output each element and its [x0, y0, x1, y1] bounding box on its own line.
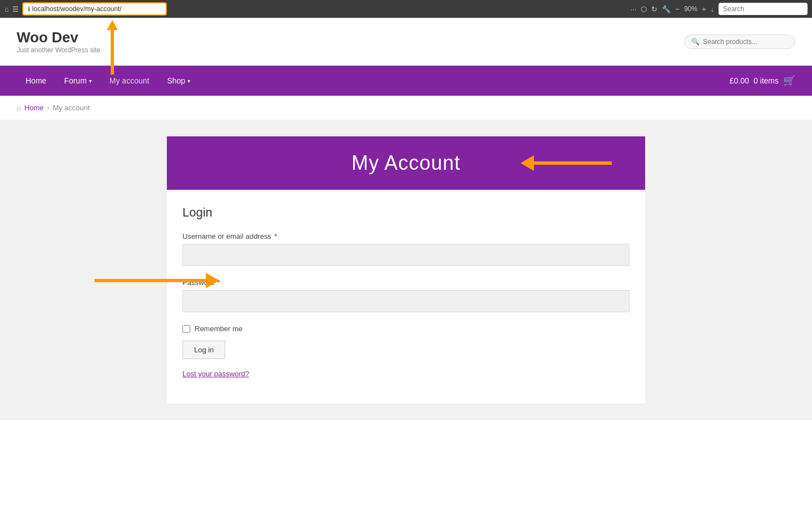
nav-shop-label: Shop [167, 76, 185, 85]
browser-nav-icons: ⌂ ☰ [4, 5, 19, 13]
cart-icon[interactable]: 🛒 [783, 75, 795, 87]
address-bar-input[interactable] [32, 5, 161, 13]
cart-price: £0.00 [730, 76, 749, 85]
plus-icon[interactable]: + [702, 5, 706, 13]
login-section: Login Username or email address * Passwo… [167, 190, 645, 400]
main-content-area: My Account Login Username or email addre… [0, 120, 812, 420]
home-breadcrumb-icon: ⌂ [17, 104, 21, 112]
required-marker-password: * [217, 278, 220, 287]
download-icon[interactable]: ↓ [711, 5, 715, 13]
cart-area[interactable]: £0.00 0 items 🛒 [730, 75, 795, 87]
nav-myaccount-label: My account [110, 76, 150, 85]
content-box: My Account Login Username or email addre… [167, 136, 645, 404]
nav-forum-label: Forum [64, 76, 86, 85]
password-input[interactable] [182, 290, 630, 312]
site-name: Woo Dev [17, 29, 101, 46]
username-field-group: Username or email address * [182, 232, 630, 266]
search-icon: 🔍 [691, 38, 700, 46]
cart-items-count: 0 items [754, 76, 779, 85]
annotation-arrow-banner [521, 155, 612, 171]
chevron-down-icon: ▾ [89, 78, 92, 84]
site-title: Woo Dev Just another WordPress site [17, 29, 101, 54]
site-tagline: Just another WordPress site [17, 46, 101, 54]
remember-me-checkbox[interactable] [182, 325, 190, 333]
zoom-level: 90% [684, 5, 697, 13]
arrow-head-icon [521, 155, 534, 171]
breadcrumb-current: My account [53, 104, 90, 112]
home-icon[interactable]: ⌂ [4, 5, 9, 13]
required-marker: * [274, 232, 277, 240]
browser-search-input[interactable] [719, 3, 808, 15]
nav-home-label: Home [26, 76, 46, 85]
nav-item-home[interactable]: Home [17, 66, 55, 96]
arrow-line [534, 161, 612, 165]
breadcrumb-home-link[interactable]: Home [24, 104, 44, 112]
remember-me-label[interactable]: Remember me [195, 325, 242, 333]
minus-icon[interactable]: − [675, 5, 680, 13]
breadcrumb-separator: › [47, 104, 49, 112]
lock-icon: ℹ [28, 6, 30, 13]
username-input[interactable] [182, 244, 630, 266]
reload-icon[interactable]: ↻ [651, 5, 657, 13]
login-heading: Login [182, 205, 630, 220]
password-field-group: Password * [182, 278, 630, 312]
site-navigation: Home Forum ▾ My account Shop ▾ £0.00 0 i… [0, 66, 812, 96]
account-banner-title: My Account [351, 151, 461, 175]
account-banner: My Account [167, 136, 645, 190]
nav-item-forum[interactable]: Forum ▾ [55, 66, 100, 96]
username-label: Username or email address * [182, 232, 630, 240]
breadcrumb: ⌂ Home › My account [0, 96, 812, 120]
nav-item-my-account[interactable]: My account [101, 66, 159, 96]
password-label: Password * [182, 278, 630, 287]
login-button[interactable]: Log in [182, 341, 225, 359]
customize-icon[interactable]: 🔧 [662, 5, 671, 13]
site-wrapper: Woo Dev Just another WordPress site 🔍 Ho… [0, 18, 812, 526]
reader-icon[interactable]: ☰ [12, 5, 19, 13]
remember-me-row: Remember me [182, 325, 630, 333]
nav-items-list: Home Forum ▾ My account Shop ▾ [17, 66, 730, 96]
product-search-input[interactable] [703, 38, 788, 46]
product-search-bar[interactable]: 🔍 [684, 35, 795, 49]
lost-password-link[interactable]: Lost your password? [182, 370, 249, 378]
pocket-icon[interactable]: ⬡ [641, 5, 647, 13]
chevron-down-icon-shop: ▾ [187, 78, 190, 84]
nav-item-shop[interactable]: Shop ▾ [158, 66, 199, 96]
browser-chrome: ⌂ ☰ ℹ ··· ⬡ ↻ 🔧 − 90% + ↓ [0, 0, 812, 18]
address-bar-container[interactable]: ℹ [22, 2, 167, 16]
site-header: Woo Dev Just another WordPress site 🔍 [0, 18, 812, 66]
browser-toolbar-right: ··· ⬡ ↻ 🔧 − 90% + ↓ [630, 3, 808, 15]
more-options-icon[interactable]: ··· [630, 5, 636, 13]
